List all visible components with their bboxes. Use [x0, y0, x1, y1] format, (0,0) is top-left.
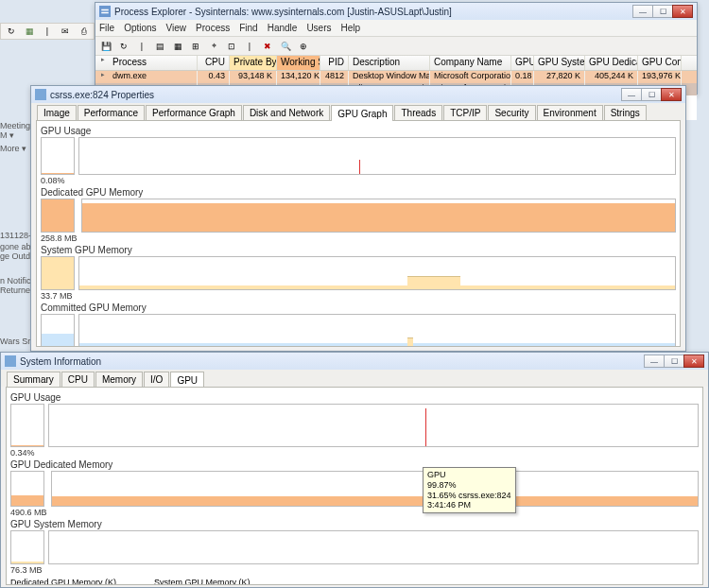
- window-title: System Information: [20, 356, 101, 367]
- tab-performance-graph[interactable]: Performance Graph: [146, 105, 242, 120]
- maximize-button[interactable]: ☐: [652, 5, 673, 18]
- cell: dwm.exe: [95, 71, 198, 83]
- save-icon: ▦: [22, 24, 37, 39]
- divider: |: [134, 39, 149, 54]
- tab-strings[interactable]: Strings: [604, 105, 647, 120]
- menu-item-users[interactable]: Users: [306, 23, 331, 33]
- tabs[interactable]: SummaryCPUMemoryI/OGPU: [1, 370, 708, 387]
- menu-item-handle[interactable]: Handle: [268, 23, 298, 33]
- tab-summary[interactable]: Summary: [7, 372, 61, 387]
- tab-image[interactable]: Image: [37, 105, 77, 120]
- properties-window: csrss.exe:824 Properties — ☐ ✕ ImagePerf…: [30, 85, 686, 352]
- dll-icon[interactable]: ⊡: [224, 39, 239, 54]
- tab-performance[interactable]: Performance: [78, 105, 145, 120]
- cell: Desktop Window Manager: [349, 71, 430, 83]
- column-header[interactable]: Working Set: [277, 56, 320, 70]
- tree-icon[interactable]: ▤: [152, 39, 167, 54]
- tabs[interactable]: ImagePerformancePerformance GraphDisk an…: [31, 103, 685, 120]
- menubar[interactable]: FileOptionsViewProcessFindHandleUsersHel…: [95, 20, 697, 37]
- graph-immediate: [41, 137, 75, 175]
- cell: 405,244 K: [585, 71, 638, 83]
- refresh-icon[interactable]: ↻: [116, 39, 131, 54]
- tab-gpu-graph[interactable]: GPU Graph: [331, 105, 393, 121]
- column-header[interactable]: CPU: [198, 56, 230, 70]
- column-header[interactable]: Description: [349, 56, 430, 70]
- menu-item-find[interactable]: Find: [239, 23, 257, 33]
- tab-memory[interactable]: Memory: [95, 372, 143, 387]
- column-header[interactable]: GPU Com...: [638, 56, 682, 70]
- mail-icon: ✉: [58, 24, 73, 39]
- target-icon[interactable]: ⊕: [296, 39, 311, 54]
- sys-icon[interactable]: ⊞: [188, 39, 203, 54]
- process-row[interactable]: dwm.exe0.4393,148 K134,120 K4812Desktop …: [95, 71, 697, 83]
- tab-environment[interactable]: Environment: [537, 105, 603, 120]
- graph-gpu-usage: GPU Usage0.08%: [41, 126, 676, 185]
- summary-title: System GPU Memory (K): [154, 578, 251, 585]
- column-header[interactable]: Private Bytes: [230, 56, 277, 70]
- tab-gpu[interactable]: GPU: [170, 372, 204, 388]
- graph-immediate: [10, 471, 44, 507]
- find-icon[interactable]: 🔍: [278, 39, 293, 54]
- tab-threads[interactable]: Threads: [394, 105, 442, 120]
- graph-history: [48, 404, 699, 447]
- svg-rect-4: [5, 355, 16, 367]
- maximize-button[interactable]: ☐: [641, 88, 662, 101]
- column-headers[interactable]: ProcessCPUPrivate BytesWorking SetPIDDes…: [95, 56, 697, 71]
- cell: 0.18: [511, 71, 534, 83]
- tab-disk-and-network[interactable]: Disk and Network: [243, 105, 330, 120]
- titlebar[interactable]: csrss.exe:824 Properties — ☐ ✕: [31, 86, 685, 103]
- graph-tooltip: GPU99.87%31.65% csrss.exe:8243:41:46 PM: [423, 467, 516, 513]
- graph-immediate: [41, 314, 75, 347]
- background-text: Wars Sn: [0, 337, 32, 346]
- column-header[interactable]: Process: [95, 56, 198, 70]
- column-header[interactable]: GPU Dedicated ...: [585, 56, 638, 70]
- save-icon[interactable]: 💾: [98, 39, 113, 54]
- graph-label: Dedicated GPU Memory: [41, 187, 676, 198]
- kill-icon[interactable]: ✖: [260, 39, 275, 54]
- minimize-button[interactable]: —: [644, 355, 665, 368]
- menu-item-view[interactable]: View: [166, 23, 187, 33]
- column-header[interactable]: GPU: [511, 56, 534, 70]
- graph-label: GPU Dedicated Memory: [10, 459, 699, 470]
- background-text: More ▾: [0, 144, 26, 153]
- graph-gpu-usage: GPU Usage0.34%: [10, 392, 699, 458]
- menu-item-file[interactable]: File: [99, 23, 114, 33]
- toolbar[interactable]: 💾 ↻ | ▤ ▦ ⊞ ⌖ ⊡ | ✖ 🔍 ⊕: [95, 37, 697, 56]
- maximize-button[interactable]: ☐: [664, 355, 684, 368]
- graph-label: Committed GPU Memory: [41, 303, 676, 313]
- minimize-button[interactable]: —: [621, 88, 642, 101]
- graph-value: 33.7 MB: [41, 291, 75, 301]
- tab-i-o[interactable]: I/O: [144, 372, 169, 387]
- graph-label: System GPU Memory: [41, 245, 676, 255]
- menu-item-options[interactable]: Options: [124, 23, 156, 33]
- close-button[interactable]: ✕: [683, 355, 704, 368]
- graph-immediate: [41, 199, 75, 233]
- graph-value: 76.3 MB: [10, 565, 44, 575]
- column-header[interactable]: GPU System Byt...: [534, 56, 585, 70]
- tab-tcp-ip[interactable]: TCP/IP: [443, 105, 487, 120]
- background-text: Meeting: [0, 121, 30, 130]
- summary: Dedicated GPU Memory (K)Current502,400Li…: [10, 577, 699, 585]
- handles-icon[interactable]: ⌖: [206, 39, 221, 54]
- close-button[interactable]: ✕: [672, 5, 693, 18]
- list-icon[interactable]: ▦: [170, 39, 185, 54]
- refresh-icon: ↻: [4, 24, 19, 39]
- graph-immediate: [10, 404, 44, 447]
- column-header[interactable]: Company Name: [430, 56, 511, 70]
- window-title: csrss.exe:824 Properties: [50, 90, 154, 100]
- window-title: Process Explorer - Sysinternals: www.sys…: [114, 7, 452, 17]
- graph-value: 258.8 MB: [41, 233, 78, 243]
- close-button[interactable]: ✕: [661, 88, 682, 101]
- graph-label: GPU Usage: [41, 126, 676, 136]
- cell: 93,148 K: [230, 71, 277, 83]
- svg-rect-2: [101, 12, 109, 14]
- tab-cpu[interactable]: CPU: [61, 372, 95, 387]
- menu-item-process[interactable]: Process: [196, 23, 230, 33]
- minimize-button[interactable]: —: [632, 5, 653, 18]
- titlebar[interactable]: Process Explorer - Sysinternals: www.sys…: [95, 3, 697, 20]
- column-header[interactable]: PID: [320, 56, 349, 70]
- menu-item-help[interactable]: Help: [341, 23, 361, 33]
- tab-security[interactable]: Security: [488, 105, 535, 120]
- titlebar[interactable]: System Information — ☐ ✕: [1, 353, 708, 370]
- system-information-window: System Information — ☐ ✕ SummaryCPUMemor…: [0, 352, 709, 588]
